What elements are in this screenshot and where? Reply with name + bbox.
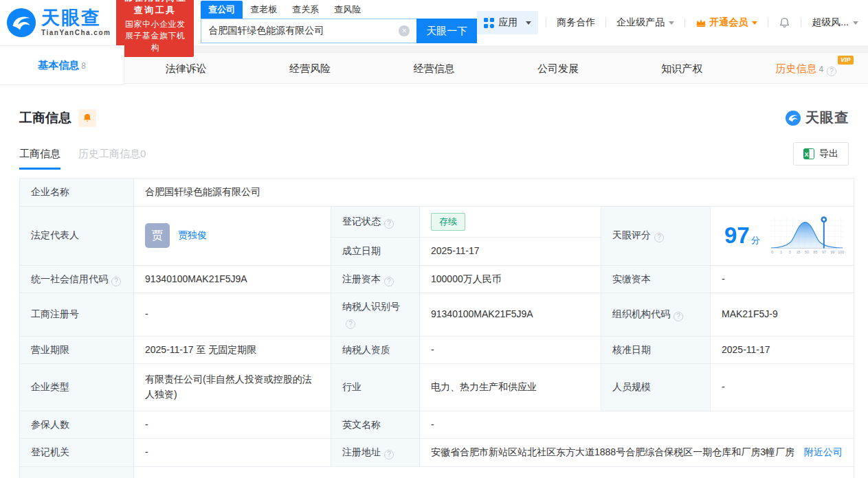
- field-label: 组织机构代码: [601, 293, 711, 336]
- legal-rep-link[interactable]: 贾独俊: [178, 228, 207, 243]
- question-circle-icon[interactable]: [827, 67, 836, 76]
- nav-cooperation-label: 商务合作: [557, 16, 595, 29]
- table-row: 登记机关 - 注册地址 安徽省合肥市新站区站北社区东方大道1888号合肥综合保税…: [20, 439, 854, 467]
- question-circle-icon[interactable]: [384, 219, 394, 229]
- svg-text:3: 3: [788, 250, 790, 254]
- table-row: 法定代表人 贾 贾独俊 登记状态 存续 天眼评分 97分: [20, 206, 854, 237]
- question-circle-icon[interactable]: [384, 450, 394, 459]
- vip-crown-icon: [695, 18, 706, 27]
- legal-rep-cell: 贾 贾独俊: [134, 206, 331, 265]
- chevron-down-icon: [752, 21, 757, 25]
- field-label-text: 组织机构代码: [612, 308, 670, 319]
- score-bell-chart: 0 1 3 15 50 85 97 99 100: [768, 214, 845, 257]
- field-label: 核准日期: [601, 336, 711, 364]
- tab-development-label: 公司发展: [537, 62, 579, 74]
- english-name-value: -: [420, 411, 854, 439]
- search-tabs: 查公司 查老板 查关系 查风险: [201, 2, 477, 19]
- vip-badge: VIP: [838, 56, 854, 65]
- reg-address-value: 安徽省合肥市新站区站北社区东方大道1888号合肥综合保税区一期仓库和厂房3幢厂房…: [420, 439, 854, 467]
- nav-apps-label: 应用: [498, 16, 518, 29]
- tab-operating-risk[interactable]: 经营风险: [248, 53, 372, 83]
- field-label-text: 注册地址: [342, 446, 381, 457]
- header-nav: 应用 商务合作 企业级产品 开通会员: [477, 11, 861, 34]
- tab-legal[interactable]: 法律诉讼: [124, 53, 247, 83]
- search-tab-risk[interactable]: 查风险: [326, 1, 368, 19]
- score-value: 97分: [724, 224, 760, 248]
- divider: [768, 18, 768, 27]
- nav-super-risk[interactable]: 超级风...: [809, 16, 861, 29]
- field-label: 企业名称: [20, 179, 134, 207]
- chevron-down-icon: [669, 21, 674, 25]
- nav-enterprise[interactable]: 企业级产品: [614, 16, 677, 29]
- reg-number-value: -: [134, 293, 331, 336]
- nav-cooperation[interactable]: 商务合作: [554, 16, 598, 29]
- tab-ip[interactable]: 知识产权: [620, 53, 744, 83]
- status-badge: 存续: [431, 213, 465, 231]
- section-title: 工商信息: [19, 109, 71, 127]
- divider: [605, 18, 606, 27]
- business-term-value: 2025-11-17 至 无固定期限: [134, 336, 331, 364]
- tab-history[interactable]: 历史信息4 VIP: [744, 53, 868, 83]
- question-circle-icon[interactable]: [384, 277, 394, 286]
- field-label: 法定代表人: [20, 206, 134, 265]
- credit-code-value: 91340100MAK21F5J9A: [134, 265, 331, 293]
- taxpayer-id-value: 91340100MAK21F5J9A: [420, 293, 601, 336]
- field-label: 登记状态: [331, 206, 420, 237]
- table-row: 企业名称 合肥国轩绿色能源有限公司: [20, 179, 854, 207]
- tab-operating-info[interactable]: 经营信息: [372, 53, 496, 83]
- search-tab-relation[interactable]: 查关系: [285, 1, 326, 19]
- tab-basic-info[interactable]: 基本信息8: [0, 46, 124, 84]
- brand-domain: TianYanCha.com: [41, 30, 111, 36]
- industry-value: 电力、热力生产和供应业: [420, 364, 601, 411]
- reg-status-value: 存续: [420, 206, 601, 237]
- nav-open-vip[interactable]: 开通会员: [693, 16, 760, 29]
- field-label: 营业期限: [20, 336, 134, 364]
- search-button[interactable]: 天眼一下: [416, 19, 477, 43]
- question-circle-icon[interactable]: [674, 312, 683, 321]
- tab-development[interactable]: 公司发展: [496, 53, 620, 83]
- svg-text:50: 50: [805, 250, 809, 254]
- score-number: 97: [724, 223, 750, 248]
- svg-text:100: 100: [838, 250, 844, 254]
- field-label: 登记机关: [20, 439, 134, 467]
- field-label: 天眼评分: [601, 206, 711, 265]
- insured-count-value: -: [134, 411, 331, 439]
- field-label: 参保人数: [20, 411, 134, 439]
- export-button[interactable]: X 导出: [793, 142, 849, 166]
- avatar[interactable]: 贾: [145, 223, 170, 248]
- field-label: 英文名称: [331, 411, 420, 439]
- field-label-text: 注册资本: [342, 273, 381, 284]
- nearby-companies-link[interactable]: 附近公司: [804, 446, 843, 457]
- export-button-label: 导出: [819, 148, 838, 160]
- bell-icon: [779, 16, 790, 29]
- slogan-line2: 国家中小企业发展子基金旗下机构: [122, 19, 188, 54]
- nav-apps[interactable]: 应用: [477, 11, 538, 34]
- nav-notifications[interactable]: [776, 16, 793, 29]
- subscribe-bell-badge[interactable]: [78, 109, 96, 127]
- field-label: 行业: [331, 364, 420, 411]
- slogan-line1: 都在用的商业查询工具: [122, 0, 188, 16]
- tab-ip-label: 知识产权: [661, 62, 702, 74]
- subtab-business-info[interactable]: 工商信息: [19, 148, 60, 170]
- question-circle-icon[interactable]: [111, 277, 121, 286]
- brand-name: 天眼查: [41, 9, 111, 27]
- company-name-value: 合肥国轩绿色能源有限公司: [134, 179, 854, 207]
- nav-vip-label: 开通会员: [709, 16, 748, 29]
- approval-date-value: 2025-11-17: [711, 336, 854, 364]
- search-tab-company[interactable]: 查公司: [201, 1, 243, 19]
- org-code-value: MAK21F5J-9: [711, 293, 854, 336]
- svg-text:0: 0: [771, 250, 773, 254]
- paid-capital-value: -: [711, 265, 854, 293]
- table-row: 营业期限 2025-11-17 至 无固定期限 纳税人资质 - 核准日期 202…: [20, 336, 854, 364]
- tianyancha-logo[interactable]: 天眼查 TianYanCha.com: [5, 7, 111, 38]
- subtab-history-business-info[interactable]: 历史工商信息0: [78, 148, 146, 170]
- search-input[interactable]: [201, 19, 416, 43]
- field-label: 纳税人识别号: [331, 293, 420, 336]
- slogan-badge: 都在用的商业查询工具 国家中小企业发展子基金旗下机构: [116, 0, 194, 57]
- logo-eye-icon: [5, 7, 37, 38]
- question-circle-icon[interactable]: [346, 319, 355, 329]
- table-row: 参保人数 - 英文名称 -: [20, 411, 854, 439]
- search-tab-boss[interactable]: 查老板: [243, 1, 285, 19]
- chevron-down-icon: [526, 21, 531, 25]
- question-circle-icon[interactable]: [654, 233, 664, 242]
